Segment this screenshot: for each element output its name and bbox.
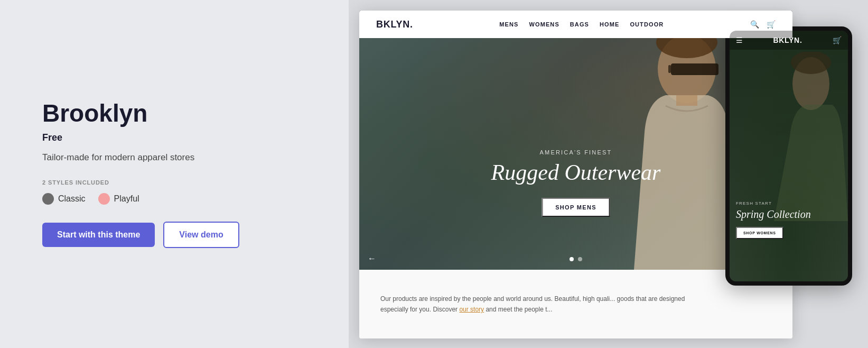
carousel-nav [570, 257, 582, 261]
mobile-logo: BKLYN. [773, 36, 802, 44]
buttons-row: Start with this theme View demo [42, 222, 306, 248]
our-story-link[interactable]: our story [459, 306, 484, 313]
mobile-hero-subtitle: FRESH START [736, 201, 842, 206]
classic-label: Classic [58, 194, 86, 204]
left-panel: Brooklyn Free Tailor-made for modern app… [0, 0, 349, 348]
store-nav-icons: 🔍 🛒 [750, 20, 776, 29]
hero-subtitle: AMERICA'S FINEST [491, 149, 661, 155]
svg-rect-2 [668, 65, 671, 73]
mobile-navbar: ☰ BKLYN. 🛒 [730, 31, 848, 50]
theme-price: Free [42, 132, 306, 143]
store-nav-links: MENS WOMENS BAGS HOME OUTDOOR [499, 21, 664, 28]
style-option-playful[interactable]: Playful [98, 193, 139, 205]
right-panel: AMERICA'S FINEST Rugged Outerwear SHOP M… [349, 0, 868, 348]
store-navbar: BKLYN. MENS WOMENS BAGS HOME OUTDOOR 🔍 🛒 [359, 11, 792, 38]
store-logo: BKLYN. [376, 19, 413, 30]
mobile-person-image [774, 52, 848, 221]
cart-icon[interactable]: 🛒 [767, 20, 776, 29]
start-theme-button[interactable]: Start with this theme [42, 223, 155, 247]
styles-options: Classic Playful [42, 193, 306, 205]
nav-home[interactable]: HOME [600, 21, 619, 28]
style-option-classic[interactable]: Classic [42, 193, 86, 205]
playful-dot [98, 193, 110, 205]
nav-mens[interactable]: MENS [499, 21, 518, 28]
mobile-hero-btn[interactable]: SHOP WOMENS [736, 227, 783, 239]
mobile-cart-icon[interactable]: 🛒 [833, 36, 842, 44]
hero-heading: Rugged Outerwear [491, 160, 661, 185]
nav-outdoor[interactable]: OUTDOOR [630, 21, 664, 28]
mobile-hero-heading: Spring Collection [736, 208, 842, 221]
view-demo-button[interactable]: View demo [163, 222, 239, 248]
search-icon[interactable]: 🔍 [750, 20, 759, 29]
mobile-hero-text: FRESH START Spring Collection SHOP WOMEN… [736, 201, 842, 239]
mobile-hero: FRESH START Spring Collection SHOP WOMEN… [730, 31, 848, 281]
nav-womens[interactable]: WOMENS [529, 21, 559, 28]
styles-label: 2 STYLES INCLUDED [42, 179, 306, 186]
hero-text-block: AMERICA'S FINEST Rugged Outerwear SHOP M… [491, 149, 661, 217]
store-bottom-text: Our products are inspired by the people … [380, 294, 697, 315]
mobile-inner: FRESH START Spring Collection SHOP WOMEN… [730, 31, 848, 281]
theme-description: Tailor-made for modern apparel stores [42, 151, 306, 164]
playful-label: Playful [114, 194, 139, 204]
svg-point-6 [791, 52, 831, 74]
nav-bags[interactable]: BAGS [570, 21, 589, 28]
svg-rect-1 [671, 63, 718, 75]
hero-cta-button[interactable]: SHOP MENS [542, 198, 610, 217]
carousel-dot-1[interactable] [570, 257, 574, 261]
classic-dot [42, 193, 54, 205]
svg-rect-4 [676, 95, 697, 106]
carousel-arrow-left[interactable]: ← [368, 254, 376, 263]
theme-title: Brooklyn [42, 100, 306, 127]
mobile-menu-icon[interactable]: ☰ [736, 36, 743, 44]
bottom-text-end: and meet the people t... [486, 306, 552, 313]
carousel-dot-2[interactable] [578, 257, 582, 261]
mobile-preview: FRESH START Spring Collection SHOP WOMEN… [725, 26, 852, 286]
